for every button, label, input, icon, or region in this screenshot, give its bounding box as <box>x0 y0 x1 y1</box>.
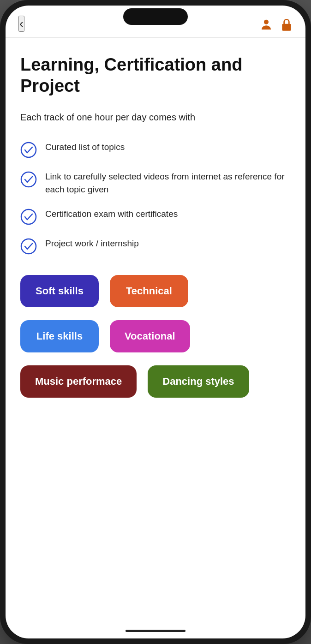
list-item: Certification exam with certificates <box>20 208 291 225</box>
check-icon-4 <box>20 238 37 255</box>
svg-rect-1 <box>282 24 291 31</box>
phone-screen: ‹ Learning, Certification and Project Ea… <box>6 6 305 638</box>
dancing-styles-button[interactable]: Dancing styles <box>148 365 249 398</box>
vocational-button[interactable]: Vocational <box>110 320 190 352</box>
svg-point-3 <box>21 172 36 187</box>
checklist-text-2: Link to carefully selected videos from i… <box>45 170 291 196</box>
svg-point-0 <box>264 20 269 24</box>
technical-button[interactable]: Technical <box>110 275 188 307</box>
back-button[interactable]: ‹ <box>18 16 24 32</box>
checklist-text-4: Project work / internship <box>45 237 139 250</box>
home-bar <box>126 630 185 632</box>
buttons-grid: Soft skills Technical Life skills Vocati… <box>20 275 291 398</box>
subtitle: Each track of one hour per day comes wit… <box>20 110 291 124</box>
checklist-text-1: Curated list of topics <box>45 141 125 154</box>
buttons-row-3: Music performace Dancing styles <box>20 365 291 398</box>
list-item: Curated list of topics <box>20 141 291 158</box>
person-icon[interactable] <box>259 18 273 32</box>
header-icons <box>259 18 293 32</box>
check-icon-1 <box>20 142 37 158</box>
phone-frame: ‹ Learning, Certification and Project Ea… <box>0 0 311 644</box>
svg-point-5 <box>21 239 36 254</box>
list-item: Link to carefully selected videos from i… <box>20 170 291 196</box>
list-item: Project work / internship <box>20 237 291 255</box>
content-area: Learning, Certification and Project Each… <box>6 38 305 623</box>
checklist-text-3: Certification exam with certificates <box>45 208 178 221</box>
svg-point-2 <box>21 143 36 157</box>
notch <box>123 8 188 25</box>
check-icon-3 <box>20 209 37 225</box>
page-title: Learning, Certification and Project <box>20 54 291 96</box>
home-indicator <box>6 623 305 638</box>
lock-icon[interactable] <box>281 18 293 32</box>
check-icon-2 <box>20 171 37 188</box>
buttons-row-2: Life skills Vocational <box>20 320 291 352</box>
checklist: Curated list of topics Link to carefully… <box>20 141 291 255</box>
music-performance-button[interactable]: Music performace <box>20 365 137 398</box>
svg-point-4 <box>21 209 36 224</box>
buttons-row-1: Soft skills Technical <box>20 275 291 307</box>
soft-skills-button[interactable]: Soft skills <box>20 275 99 307</box>
life-skills-button[interactable]: Life skills <box>20 320 99 352</box>
